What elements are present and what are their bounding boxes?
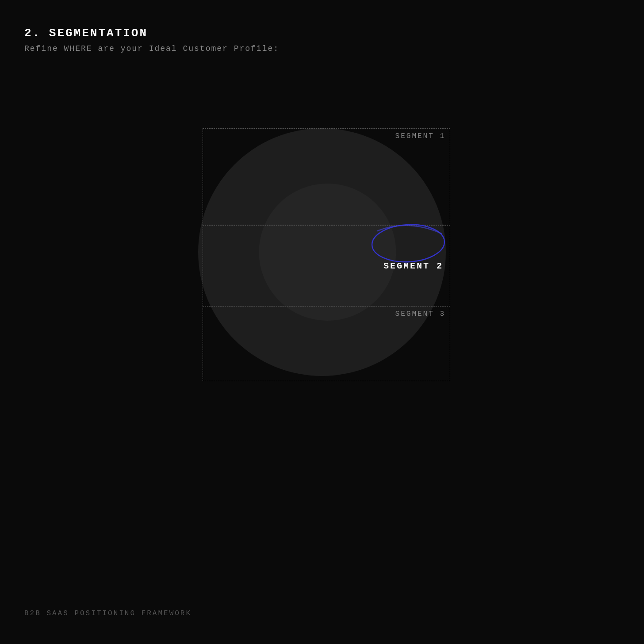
section-title: SEGMENTATION (49, 27, 148, 40)
footer-label: B2B SAAS POSITIONING FRAMEWORK (24, 610, 192, 617)
segment-1-box: SEGMENT 1 (203, 128, 450, 226)
page-container: 2. SEGMENTATION Refine WHERE are your Id… (0, 0, 644, 644)
segment-3-box: SEGMENT 3 (203, 306, 450, 381)
segment-3-label: SEGMENT 3 (395, 310, 445, 318)
segment-1-label: SEGMENT 1 (395, 132, 445, 140)
segment-2-oval (368, 221, 450, 265)
header-section: 2. SEGMENTATION Refine WHERE are your Id… (24, 27, 279, 53)
highlight-oval-svg (368, 221, 450, 265)
step-number: 2. (24, 27, 41, 40)
subtitle: Refine WHERE are your Ideal Customer Pro… (24, 44, 279, 53)
page-title: 2. SEGMENTATION (24, 27, 279, 40)
diagram-container: SEGMENT 1 SEGMENT 2 SEGMENT 3 (185, 115, 459, 389)
